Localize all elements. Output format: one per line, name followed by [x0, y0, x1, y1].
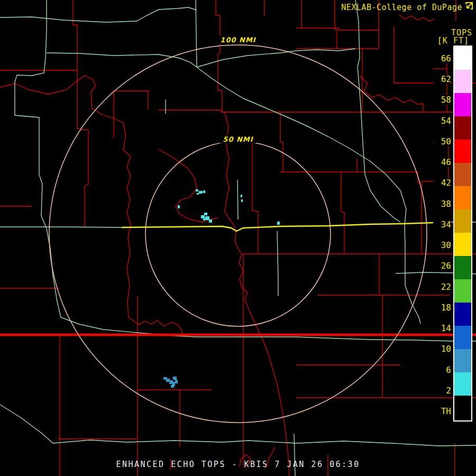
- radar-echo: [166, 379, 170, 382]
- scale-label-58: 58: [433, 95, 451, 105]
- colorbar-band: [454, 163, 471, 186]
- scale-label-42: 42: [433, 178, 451, 188]
- county-boundary-line: [360, 76, 423, 112]
- scale-label-54: 54: [433, 116, 451, 126]
- radar-echo: [241, 195, 242, 197]
- colorbar-band: [454, 349, 471, 372]
- radar-echo: [197, 193, 199, 195]
- county-boundary-line: [252, 135, 258, 254]
- range-ring: [145, 141, 331, 326]
- road-line: [0, 7, 197, 22]
- colorbar-band: [454, 70, 471, 93]
- county-boundary-line: [159, 149, 218, 222]
- scale-label-2: 2: [433, 386, 451, 396]
- colorbar-band: [454, 209, 471, 233]
- colorbar-band: [454, 326, 471, 349]
- colorbar-band: [454, 372, 471, 396]
- road-line: [277, 231, 278, 296]
- road-line: [0, 227, 122, 227]
- radar-echo: [171, 385, 174, 388]
- legend-units: [K FT]: [437, 36, 469, 45]
- radar-echo: [173, 377, 177, 380]
- colorbar-band: [454, 186, 471, 209]
- scale-label-6: 6: [433, 365, 451, 375]
- county-boundary-line: [280, 112, 283, 172]
- scale-label-26: 26: [433, 261, 451, 271]
- scale-label-38: 38: [433, 199, 451, 209]
- road-line: [0, 405, 476, 446]
- scale-label-TH: TH: [433, 407, 451, 416]
- radar-echo: [209, 219, 212, 223]
- radar-echo: [205, 216, 209, 220]
- radar-map: [0, 0, 476, 476]
- range-ring-label-100nmi: 100 NMI: [217, 36, 259, 44]
- road-line: [167, 335, 476, 341]
- colorbar-band: [454, 93, 471, 116]
- radar-echo: [203, 218, 205, 221]
- branding-text: NEXLAB-College of DuPage: [341, 3, 462, 12]
- road-line: [47, 53, 197, 67]
- radar-echo: [204, 213, 207, 215]
- road-line: [237, 180, 238, 219]
- scale-label-34: 34: [433, 220, 451, 230]
- radar-echo: [178, 205, 180, 208]
- colorbar-band: [454, 140, 471, 163]
- radar-app-screen: 100 NMI 50 NMI NEXLAB-College of DuPage …: [0, 0, 476, 476]
- radar-echo: [201, 215, 205, 218]
- road-line: [197, 49, 355, 67]
- scale-label-66: 66: [433, 54, 451, 63]
- radar-echo: [199, 191, 203, 194]
- scale-label-46: 46: [433, 158, 451, 167]
- county-boundary-line: [335, 0, 337, 49]
- colorbar-band: [454, 279, 471, 303]
- radar-echo: [277, 222, 280, 225]
- scale-label-14: 14: [433, 324, 451, 333]
- colorbar-band: [454, 303, 471, 326]
- colorbar-band: [454, 116, 471, 140]
- county-boundary-line: [77, 70, 88, 227]
- radar-echo: [175, 380, 178, 383]
- scale-label-62: 62: [433, 75, 451, 84]
- county-boundary-line: [73, 0, 77, 70]
- scale-label-22: 22: [433, 282, 451, 292]
- road-line: [197, 67, 420, 324]
- scale-label-18: 18: [433, 303, 451, 313]
- county-boundary-line: [159, 110, 471, 112]
- county-boundary-line: [399, 15, 434, 21]
- county-boundary-line: [418, 172, 422, 254]
- colorbar-band: [454, 256, 471, 279]
- road-line: [294, 434, 295, 476]
- colorbar-band: [454, 47, 471, 70]
- radar-echo: [241, 199, 243, 202]
- range-ring-label-50nmi: 50 NMI: [219, 135, 256, 143]
- scale-label-50: 50: [433, 137, 451, 147]
- radar-echo: [203, 190, 205, 193]
- county-boundary-line: [341, 172, 344, 253]
- colorbar-band: [454, 396, 471, 420]
- page-link-icon: [465, 2, 473, 10]
- county-boundary-line: [296, 28, 379, 30]
- colorbar-band: [454, 233, 471, 256]
- road-line: [15, 0, 167, 335]
- scale-label-30: 30: [433, 241, 451, 250]
- product-caption: ENHANCED ECHO TOPS - KBIS 7 JAN 26 06:30: [0, 460, 476, 469]
- radar-echo: [196, 189, 198, 191]
- scale-label-10: 10: [433, 344, 451, 354]
- county-boundary-line: [216, 0, 222, 112]
- range-ring: [49, 45, 427, 423]
- echo-tops-colorbar: [453, 45, 472, 422]
